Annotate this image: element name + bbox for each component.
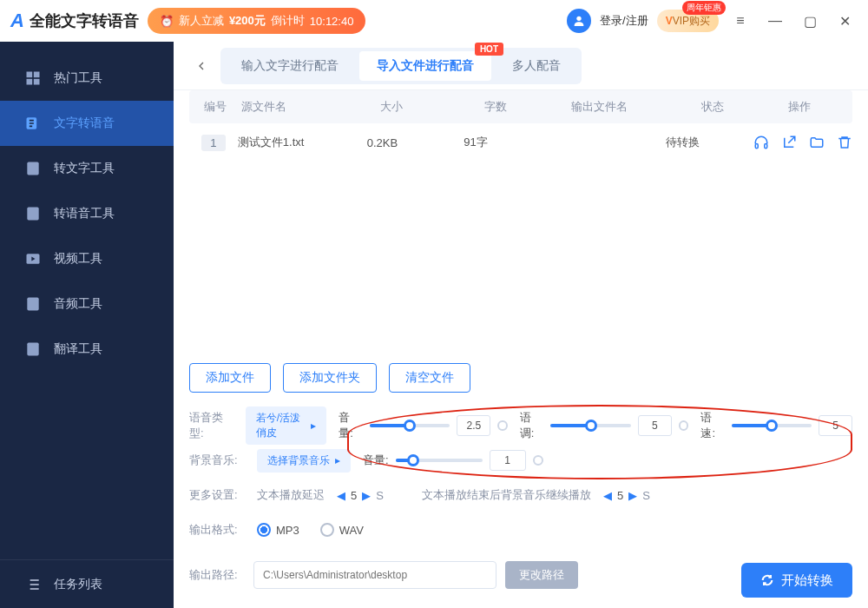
sidebar-item-label: 转语音工具 xyxy=(54,206,115,221)
format-row: 输出格式: MP3 WAV xyxy=(189,512,852,547)
add-file-button[interactable]: 添加文件 xyxy=(189,363,271,393)
change-path-button[interactable]: 更改路径 xyxy=(505,561,578,589)
vip-button[interactable]: V VIP购买 周年钜惠 xyxy=(657,10,719,32)
promo-banner[interactable]: ⏰ 新人立减 ¥200元 倒计时 10:12:40 xyxy=(148,8,366,34)
avatar[interactable] xyxy=(567,9,591,33)
bgm-select[interactable]: 选择背景音乐▸ xyxy=(257,449,351,473)
delay-stepper[interactable]: ◀ 5 ▶ S xyxy=(337,489,384,502)
bgm-value: 选择背景音乐 xyxy=(267,453,330,468)
document-icon xyxy=(24,160,42,177)
maximize-button[interactable]: ▢ xyxy=(797,8,823,34)
promo-amount: ¥200元 xyxy=(229,13,266,29)
table-header: 编号 源文件名 大小 字数 输出文件名 状态 操作 xyxy=(189,90,852,123)
volume-value[interactable]: 2.5 xyxy=(457,415,490,436)
speed-slider[interactable] xyxy=(732,424,812,427)
bgm-volume-reset[interactable] xyxy=(533,455,543,466)
row-filename: 测试文件1.txt xyxy=(238,135,367,150)
sidebar-item-to-audio[interactable]: 转语音工具 xyxy=(0,191,174,236)
pitch-reset[interactable] xyxy=(679,420,688,431)
sidebar-item-label: 转文字工具 xyxy=(54,161,115,176)
sidebar-item-label: 任务列表 xyxy=(54,577,102,592)
delete-icon[interactable] xyxy=(837,135,852,150)
bgm-volume-label: 音量: xyxy=(363,453,389,468)
sidebar: 热门工具 文字转语音 转文字工具 转语音工具 视频工具 音频工具 翻译工具 xyxy=(0,42,174,608)
col-out: 输出文件名 xyxy=(571,99,701,115)
chevron-left-icon[interactable]: ◀ xyxy=(337,489,345,502)
bgm-volume-value[interactable]: 1 xyxy=(490,450,526,471)
volume-reset[interactable] xyxy=(497,420,507,431)
alarm-icon: ⏰ xyxy=(160,15,174,28)
rename-icon[interactable] xyxy=(781,135,797,150)
sidebar-item-label: 视频工具 xyxy=(54,251,102,267)
radio-mp3[interactable]: MP3 xyxy=(257,523,299,537)
sidebar-item-tts[interactable]: 文字转语音 xyxy=(0,101,174,146)
chevron-right-icon[interactable]: ▶ xyxy=(628,489,637,502)
tab-multi-voice[interactable]: 多人配音 xyxy=(495,51,578,81)
voice-type-label: 语音类型: xyxy=(189,410,233,441)
table-row[interactable]: 1 测试文件1.txt 0.2KB 91字 待转换 xyxy=(189,123,852,162)
sidebar-item-label: 文字转语音 xyxy=(54,116,115,131)
sidebar-item-label: 音频工具 xyxy=(54,296,102,312)
chevron-right-icon[interactable]: ▶ xyxy=(362,489,371,502)
folder-icon[interactable] xyxy=(809,135,825,150)
sidebar-item-translate[interactable]: 翻译工具 xyxy=(0,327,174,372)
wave-icon xyxy=(24,205,42,222)
row-index: 1 xyxy=(201,135,225,151)
back-button[interactable] xyxy=(189,54,214,78)
svg-rect-6 xyxy=(27,162,38,175)
promo-countdown-label: 倒计时 xyxy=(271,13,305,29)
format-label: 输出格式: xyxy=(189,522,245,538)
radio-dot-icon xyxy=(257,523,271,537)
col-idx: 编号 xyxy=(189,99,241,115)
speed-value[interactable]: 5 xyxy=(819,415,852,436)
svg-rect-1 xyxy=(27,72,33,78)
start-label: 开始转换 xyxy=(781,572,833,589)
voice-type-value: 若兮/活泼俏皮 xyxy=(256,411,306,440)
translate-icon xyxy=(24,340,42,358)
footer: 输出路径: 更改路径 开始转换 xyxy=(174,558,868,608)
after-label: 文本播放结束后背景音乐继续播放 xyxy=(422,487,591,503)
clear-files-button[interactable]: 清空文件 xyxy=(389,363,470,393)
svg-rect-2 xyxy=(34,72,40,78)
col-status: 状态 xyxy=(701,99,788,115)
user-icon xyxy=(572,14,586,28)
close-button[interactable]: ✕ xyxy=(832,8,858,34)
vip-badge: 周年钜惠 xyxy=(682,1,726,15)
sidebar-item-stt[interactable]: 转文字工具 xyxy=(0,146,174,191)
add-folder-button[interactable]: 添加文件夹 xyxy=(283,363,377,393)
after-unit: S xyxy=(642,489,650,502)
list-icon xyxy=(24,576,42,593)
format-radio-group: MP3 WAV xyxy=(257,523,364,537)
titlebar: A 全能文字转语音 ⏰ 新人立减 ¥200元 倒计时 10:12:40 登录/注… xyxy=(0,0,868,42)
logo-icon: A xyxy=(10,10,24,32)
volume-slider[interactable] xyxy=(370,424,450,427)
col-src: 源文件名 xyxy=(241,99,380,115)
pitch-value[interactable]: 5 xyxy=(638,415,672,436)
tab-group: 输入文字进行配音 导入文件进行配音 HOT 多人配音 xyxy=(220,48,582,84)
bgm-volume-slider[interactable] xyxy=(396,459,483,462)
start-convert-button[interactable]: 开始转换 xyxy=(741,563,852,598)
delay-unit: S xyxy=(376,489,384,502)
radio-wav[interactable]: WAV xyxy=(320,523,364,537)
file-actions: 添加文件 添加文件夹 清空文件 xyxy=(174,351,868,408)
file-table: 编号 源文件名 大小 字数 输出文件名 状态 操作 1 测试文件1.txt 0.… xyxy=(174,90,868,162)
sidebar-item-tasks[interactable]: 任务列表 xyxy=(0,559,174,608)
sidebar-item-video[interactable]: 视频工具 xyxy=(0,236,174,281)
voice-type-select[interactable]: 若兮/活泼俏皮▸ xyxy=(246,406,326,445)
menu-icon[interactable]: ≡ xyxy=(727,8,753,34)
bgm-row: 背景音乐: 选择背景音乐▸ 音量: 1 xyxy=(189,443,852,478)
sidebar-item-hot[interactable]: 热门工具 xyxy=(0,56,174,101)
after-stepper[interactable]: ◀ 5 ▶ S xyxy=(603,489,650,502)
minimize-button[interactable]: — xyxy=(762,8,788,34)
tab-input-text[interactable]: 输入文字进行配音 xyxy=(224,51,356,81)
video-icon xyxy=(24,250,42,268)
pitch-slider[interactable] xyxy=(550,424,631,427)
sidebar-item-audio[interactable]: 音频工具 xyxy=(0,281,174,327)
headphones-icon[interactable] xyxy=(753,135,769,150)
login-link[interactable]: 登录/注册 xyxy=(600,13,648,29)
output-path-input[interactable] xyxy=(253,561,496,589)
chevron-left-icon[interactable]: ◀ xyxy=(603,489,612,502)
tab-import-file[interactable]: 导入文件进行配音 HOT xyxy=(359,51,491,81)
settings-panel: 语音类型: 若兮/活泼俏皮▸ 音量: 2.5 语调: 5 语速: xyxy=(174,408,868,558)
svg-rect-10 xyxy=(27,343,38,356)
